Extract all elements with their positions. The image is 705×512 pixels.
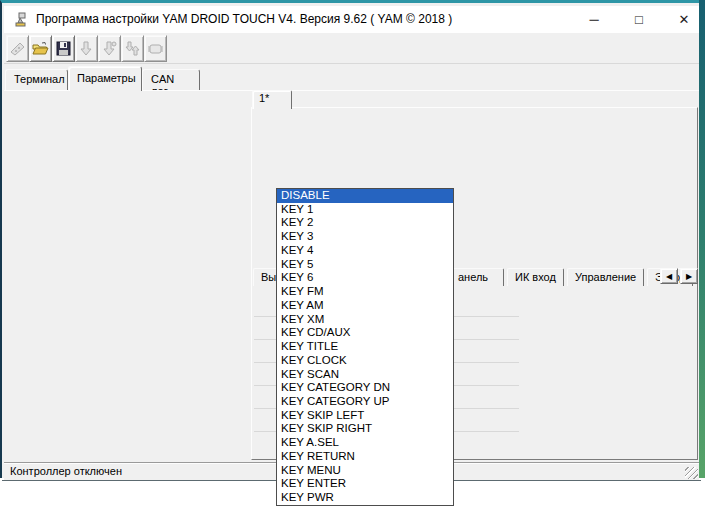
verify-button[interactable] xyxy=(121,35,144,62)
dropdown-item[interactable]: KEY MENU xyxy=(277,464,453,478)
dropdown-item[interactable]: KEY CATEGORY DN xyxy=(277,381,453,395)
dropdown-item[interactable]: KEY SCAN xyxy=(277,368,453,382)
tab-terminal[interactable]: Терминал xyxy=(5,69,68,90)
dropdown-item[interactable]: KEY TITLE xyxy=(277,340,453,354)
io-tab-ir-input[interactable]: ИК вход xyxy=(507,268,564,286)
title-bar[interactable]: Программа настройки YAM DROID TOUCH V4. … xyxy=(4,6,699,33)
desktop-wallpaper xyxy=(699,0,705,478)
dropdown-item[interactable]: KEY SKIP LEFT xyxy=(277,409,453,423)
app-icon xyxy=(13,12,29,28)
dropdown-item[interactable]: KEY XM xyxy=(277,313,453,327)
connect-button[interactable] xyxy=(6,35,29,62)
verify-icon xyxy=(125,41,140,56)
window-title: Программа настройки YAM DROID TOUCH V4. … xyxy=(36,12,452,26)
open-file-icon xyxy=(32,42,49,56)
io-tabs-scroll-right[interactable]: ▶ xyxy=(680,268,698,284)
dropdown-item[interactable]: KEY AM xyxy=(277,299,453,313)
dropdown-item[interactable]: KEY 5 xyxy=(277,258,453,272)
tab-canlog[interactable]: CAN лог xyxy=(142,69,200,90)
firmware-button[interactable] xyxy=(144,35,167,62)
io-tab-panel[interactable]: анель xyxy=(451,268,504,286)
status-text: Контроллер отключен xyxy=(10,465,122,477)
resize-grip[interactable] xyxy=(685,467,698,479)
save-icon xyxy=(56,41,71,56)
dropdown-item[interactable]: KEY CD/AUX xyxy=(277,326,453,340)
dropdown-item[interactable]: KEY RETURN xyxy=(277,450,453,464)
dropdown-item[interactable]: KEY SKIP RIGHT xyxy=(277,422,453,436)
close-button[interactable]: ✕ xyxy=(667,6,701,33)
dropdown-item[interactable]: KEY CATEGORY UP xyxy=(277,395,453,409)
io-tab-control[interactable]: Управление xyxy=(567,268,644,286)
read-device-button[interactable] xyxy=(75,35,98,62)
dropdown-item[interactable]: KEY CLOCK xyxy=(277,354,453,368)
minimize-button[interactable]: ─ xyxy=(577,6,611,33)
key-dropdown-list[interactable]: DISABLE KEY 1 KEY 2 KEY 3 KEY 4 KEY 5 KE… xyxy=(276,188,454,506)
maximize-button[interactable]: □ xyxy=(622,6,656,33)
read-device-icon xyxy=(80,41,94,56)
dropdown-item[interactable]: KEY PWR xyxy=(277,491,453,505)
open-file-button[interactable] xyxy=(29,35,52,62)
dropdown-item[interactable]: KEY FM xyxy=(277,285,453,299)
tab-parameters[interactable]: Параметры xyxy=(68,66,142,91)
dropdown-item[interactable]: KEY A.SEL xyxy=(277,436,453,450)
dropdown-item[interactable]: KEY 1 xyxy=(277,203,453,217)
dropdown-item[interactable]: KEY 4 xyxy=(277,244,453,258)
io-tabs-scroll-left[interactable]: ◀ xyxy=(660,268,678,284)
firmware-chip-icon xyxy=(147,43,164,55)
connect-icon xyxy=(9,41,26,56)
dropdown-item-selected[interactable]: DISABLE xyxy=(277,189,453,203)
dropdown-item[interactable]: KEY ENTER xyxy=(277,477,453,491)
write-device-icon xyxy=(103,41,117,56)
dropdown-item[interactable]: KEY 6 xyxy=(277,271,453,285)
dropdown-item[interactable]: KEY 2 xyxy=(277,216,453,230)
dropdown-item[interactable]: KEY 3 xyxy=(277,230,453,244)
write-device-button[interactable] xyxy=(98,35,121,62)
page-tab-1[interactable]: 1* xyxy=(252,90,292,109)
save-button[interactable] xyxy=(52,35,75,62)
toolbar xyxy=(4,33,699,64)
